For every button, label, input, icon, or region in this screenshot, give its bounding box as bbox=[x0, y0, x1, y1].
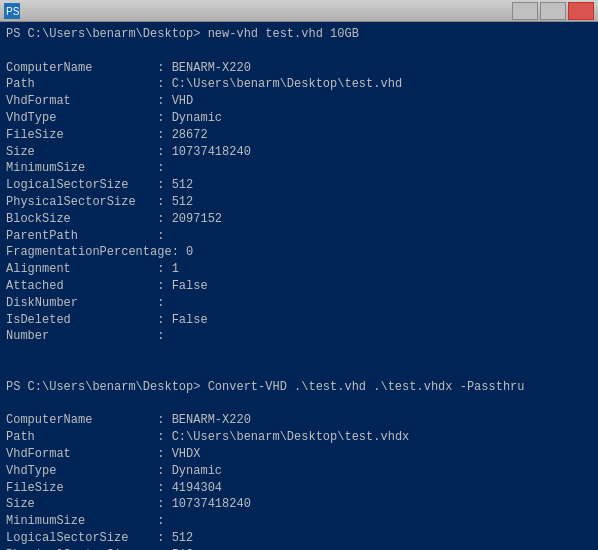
prompt-line: PS C:\Users\benarm\Desktop> Convert-VHD … bbox=[6, 379, 592, 396]
command-text: new-vhd test.vhd 10GB bbox=[208, 27, 359, 41]
command-text: Convert-VHD .\test.vhd .\test.vhdx -Pass… bbox=[208, 380, 525, 394]
title-bar-left: PS bbox=[4, 3, 24, 19]
output-line: ComputerName : BENARM-X220 bbox=[6, 60, 592, 77]
prompt-text: PS C:\Users\benarm\Desktop> bbox=[6, 380, 208, 394]
output-line: Size : 10737418240 bbox=[6, 144, 592, 161]
window: PS PS C:\Users\benarm\Desktop> new-vhd t… bbox=[0, 0, 598, 550]
powershell-icon: PS bbox=[4, 3, 20, 19]
terminal-line bbox=[6, 362, 592, 379]
output-line: Attached : False bbox=[6, 278, 592, 295]
minimize-button[interactable] bbox=[512, 2, 538, 20]
terminal-line bbox=[6, 345, 592, 362]
output-line: ComputerName : BENARM-X220 bbox=[6, 412, 592, 429]
output-line: ParentPath : bbox=[6, 228, 592, 245]
maximize-button[interactable] bbox=[540, 2, 566, 20]
output-line: Path : C:\Users\benarm\Desktop\test.vhdx bbox=[6, 429, 592, 446]
output-line: Path : C:\Users\benarm\Desktop\test.vhd bbox=[6, 76, 592, 93]
output-line: MinimumSize : bbox=[6, 513, 592, 530]
output-line: FileSize : 4194304 bbox=[6, 480, 592, 497]
output-line: MinimumSize : bbox=[6, 160, 592, 177]
window-controls bbox=[512, 2, 594, 20]
output-line: FileSize : 28672 bbox=[6, 127, 592, 144]
prompt-text: PS C:\Users\benarm\Desktop> bbox=[6, 27, 208, 41]
output-line: BlockSize : 2097152 bbox=[6, 211, 592, 228]
close-button[interactable] bbox=[568, 2, 594, 20]
output-line: Number : bbox=[6, 328, 592, 345]
terminal-line bbox=[6, 43, 592, 60]
output-line: VhdFormat : VHD bbox=[6, 93, 592, 110]
prompt-line: PS C:\Users\benarm\Desktop> new-vhd test… bbox=[6, 26, 592, 43]
terminal-line bbox=[6, 396, 592, 413]
terminal-content[interactable]: PS C:\Users\benarm\Desktop> new-vhd test… bbox=[0, 22, 598, 550]
output-line: Alignment : 1 bbox=[6, 261, 592, 278]
output-line: VhdType : Dynamic bbox=[6, 463, 592, 480]
output-line: DiskNumber : bbox=[6, 295, 592, 312]
title-bar: PS bbox=[0, 0, 598, 22]
output-line: VhdType : Dynamic bbox=[6, 110, 592, 127]
output-line: FragmentationPercentage: 0 bbox=[6, 244, 592, 261]
output-line: LogicalSectorSize : 512 bbox=[6, 530, 592, 547]
output-line: PhysicalSectorSize : 512 bbox=[6, 194, 592, 211]
output-line: Size : 10737418240 bbox=[6, 496, 592, 513]
output-line: IsDeleted : False bbox=[6, 312, 592, 329]
output-line: VhdFormat : VHDX bbox=[6, 446, 592, 463]
svg-text:PS: PS bbox=[6, 6, 19, 17]
output-line: LogicalSectorSize : 512 bbox=[6, 177, 592, 194]
